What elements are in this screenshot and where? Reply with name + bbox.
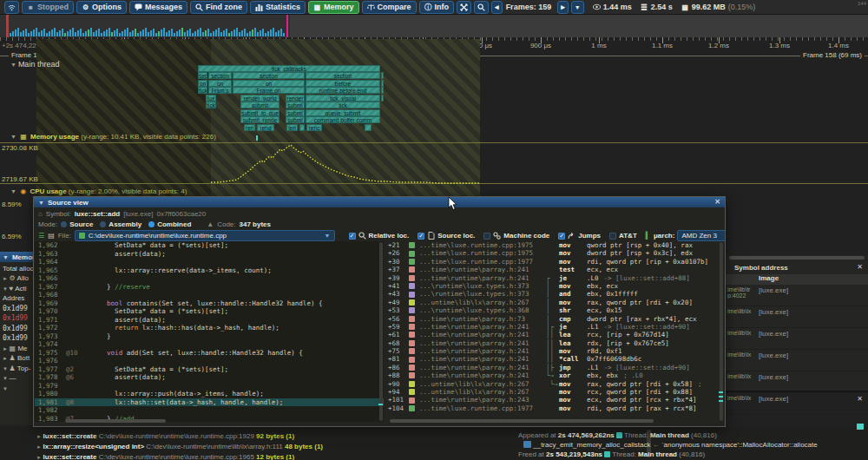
source-line-1963[interactable]: 1,963 assert(data); bbox=[35, 250, 384, 259]
source-line-1968[interactable]: 1,968 bbox=[35, 291, 384, 299]
source-line-1965[interactable]: 1,965 lx::array::reserve(data->_items, c… bbox=[35, 266, 384, 275]
source-line-1964[interactable]: 1,964 bbox=[35, 258, 384, 266]
cpu-plot-header[interactable]: ▼ ◉ CPU usage (y-range: 2.00%, visible d… bbox=[10, 187, 187, 195]
collapse-arrow-icon: ▼ bbox=[38, 200, 44, 206]
option-source-loc-[interactable]: ✓Source loc. bbox=[418, 232, 475, 240]
source-line-1978[interactable]: 1,978@6 assert(data); bbox=[35, 373, 384, 382]
asm-row-+49[interactable]: +49...untime\lib\lx\array.h:267│movrax, … bbox=[386, 299, 725, 306]
source-horizontal-scrollbar[interactable] bbox=[65, 419, 166, 423]
memory-window: ▼ Memory Total alloca► ⚙ Allo▼ ♥ ActiAdd… bbox=[0, 252, 33, 425]
allocation-callstack-row[interactable]: __tracy_emit_memory_alloc_callstack ← `a… bbox=[523, 441, 818, 449]
asm-row-+88[interactable]: +88...time\runtime\parray.h:241└→xorebx,… bbox=[386, 371, 725, 379]
asm-row-+37[interactable]: +37...time\runtime\parray.h:241testecx, … bbox=[386, 266, 725, 273]
assembly-vertical-scrollbar[interactable] bbox=[720, 242, 723, 421]
window-divider bbox=[726, 391, 868, 392]
asm-row-+81[interactable]: +81...time\runtime\parray.h:241││*call0x… bbox=[386, 355, 725, 363]
close-icon[interactable]: ✕ bbox=[857, 396, 863, 403]
symbol-table-row[interactable]: ime\lib\lx[luxe.exe] bbox=[726, 350, 868, 371]
table-header[interactable]: Image bbox=[726, 274, 868, 285]
source-line-1962[interactable]: 1,962 SetData* data = (*sets)[set]; bbox=[35, 241, 384, 250]
source-line-1967[interactable]: 1,967 } //reserve bbox=[35, 283, 384, 292]
option-jumps[interactable]: ✓Jumps bbox=[558, 232, 601, 240]
source-line-1976[interactable]: 1,976 bbox=[35, 357, 384, 365]
asm-row-+30[interactable]: +30...time\luxe.runtime.cpp:1977movrdi, … bbox=[386, 258, 725, 266]
symbol-table-row[interactable]: ime\lib\lx[luxe.exe] bbox=[726, 306, 868, 328]
code-icon: ▲ bbox=[207, 220, 214, 228]
source-line-1979[interactable]: 1,979 bbox=[35, 382, 384, 391]
source-view-titlebar[interactable]: ▼ Source view ✕ bbox=[34, 197, 725, 207]
source-line-1972[interactable]: 1,972 return lx::hash::has(data->_hash, … bbox=[35, 324, 384, 332]
allocation-list-item[interactable]: ► lx::array::resize<unsigned int> C:\dev… bbox=[36, 443, 323, 450]
asm-row-+61[interactable]: +61...time\runtime\parray.h:241││learcx,… bbox=[386, 331, 725, 338]
asm-row-+43[interactable]: +43...\runtime\luxe.types.h:373│andebx, … bbox=[386, 290, 725, 298]
asm-row-+68[interactable]: +68...time\runtime\parray.h:241││leardx,… bbox=[386, 339, 725, 347]
option-machine-code[interactable]: Machine code bbox=[483, 232, 549, 240]
allocation-freed-row: Freed at 2s 543,219,543ns Thread: Main t… bbox=[518, 450, 705, 458]
source-code-pane[interactable]: 1,962 SetData* data = (*sets)[set];1,963… bbox=[35, 241, 384, 422]
asm-row-+41[interactable]: +41...\runtime\luxe.types.h:373│movebx, … bbox=[386, 282, 725, 290]
source-line-1966[interactable]: 1,966 bbox=[35, 274, 384, 283]
scroll-marker bbox=[378, 404, 383, 405]
close-icon[interactable]: ✕ bbox=[857, 264, 863, 271]
mode-radio-assembly[interactable]: Assembly bbox=[100, 220, 141, 228]
source-line-1982[interactable]: 1,982 bbox=[35, 406, 384, 415]
symbol-table-row[interactable]: ime\lib\tr p:4022[luxe.exe] bbox=[726, 285, 868, 306]
scrollbar-handle[interactable] bbox=[857, 424, 864, 430]
source-line-1977[interactable]: 1,977@2 SetData* data = (*sets)[set]; bbox=[35, 365, 384, 374]
asm-row-+75[interactable]: +75...time\runtime\parray.h:241││movr8d,… bbox=[386, 347, 725, 355]
memory-window-item[interactable]: ▼ ♟ Top- bbox=[0, 362, 33, 372]
allocation-list-item[interactable]: ► luxe::set::create C:\dev\luxe-runtime\… bbox=[36, 453, 294, 460]
symbol-address-header[interactable]: Symbol address bbox=[734, 264, 788, 272]
asm-row-+94[interactable]: +94...untime\lib\lx\array.h:267movrcx, q… bbox=[386, 388, 725, 396]
memory-window-item[interactable]: ► ▦ Me bbox=[0, 342, 33, 352]
memory-window-item[interactable]: 0x1d99 bbox=[0, 322, 33, 332]
file-color-icon bbox=[79, 233, 85, 239]
horizontal-scrollbar[interactable] bbox=[729, 256, 865, 260]
memory-window-item[interactable]: ► ♟ Bott bbox=[0, 352, 33, 363]
asm-row-+56[interactable]: +56...time\runtime\parray.h:73│cmpdword … bbox=[386, 315, 725, 323]
memory-window-item[interactable]: 0x1d99 bbox=[0, 332, 33, 343]
asm-row-+21[interactable]: +21...time\luxe.runtime.cpp:1975movqword… bbox=[386, 241, 725, 249]
memory-window-item[interactable]: Total alloca bbox=[0, 262, 33, 273]
memory-window-item[interactable]: Addres bbox=[0, 292, 33, 303]
memory-window-item[interactable]: ▼ bbox=[0, 382, 33, 392]
memory-window-item[interactable]: ▼ ♥ Acti bbox=[0, 282, 33, 292]
asm-row-+86[interactable]: +86...time\runtime\parray.h:241│├jmp.L1-… bbox=[386, 364, 725, 371]
thread-color-icon bbox=[616, 432, 622, 438]
asm-row-+59[interactable]: +59...time\runtime\parray.h:241│┌je.L1->… bbox=[386, 323, 725, 331]
source-line-1980[interactable]: 1,980 lx::array::push(data->_items, hand… bbox=[35, 390, 384, 398]
source-view-window: ▼ Source view ✕ ⌂ Symbol: luxe::set::add… bbox=[33, 196, 726, 427]
memory-window-item[interactable]: 0x1d99 bbox=[0, 302, 33, 312]
mode-radio-combined[interactable]: Combined bbox=[148, 220, 191, 228]
source-line-1969[interactable]: 1,969 bool contains(Set set, luxe::handl… bbox=[35, 299, 384, 308]
mode-radio-source[interactable]: Source bbox=[61, 220, 93, 228]
asm-row-+104[interactable]: +104...time\luxe.runtime.cpp:1977movrdi,… bbox=[386, 404, 725, 412]
source-loc-color-icon bbox=[409, 275, 415, 281]
memory-window-item[interactable]: ► ⚙ Allo bbox=[0, 273, 33, 283]
source-line-1973[interactable]: 1,973 } bbox=[35, 332, 384, 341]
allocation-list-item[interactable]: ► luxe::set::create C:\dev\luxe-runtime\… bbox=[36, 432, 294, 440]
memory-window-item[interactable]: 0x1d99 bbox=[0, 312, 33, 323]
source-line-1970[interactable]: 1,970 SetData* data = (*sets)[set]; bbox=[35, 307, 384, 316]
asm-row-+53[interactable]: +53...\runtime\luxe.types.h:368│shrecx, … bbox=[386, 306, 725, 314]
source-line-1974[interactable]: 1,974 bbox=[35, 340, 384, 349]
source-vertical-scrollbar[interactable] bbox=[379, 242, 383, 421]
march-selector[interactable]: ▍μarch:AMD Zen 3▼Lat bbox=[646, 230, 725, 241]
symbol-table-row[interactable]: ime\lib\lx[luxe.exe] bbox=[726, 393, 868, 415]
memory-window-titlebar[interactable]: ▼ Memory bbox=[0, 252, 33, 262]
assembly-horizontal-scrollbar[interactable] bbox=[390, 419, 654, 423]
assembly-pane[interactable]: +21...time\luxe.runtime.cpp:1975movqword… bbox=[386, 241, 725, 422]
source-line-1971[interactable]: 1,971 assert(data); bbox=[35, 316, 384, 325]
option-at-t[interactable]: AT&T bbox=[609, 232, 637, 240]
source-line-1975[interactable]: 1,975@10 void add(Set set, luxe::handle:… bbox=[35, 349, 384, 358]
memory-window-item[interactable]: ▼ — bbox=[0, 372, 33, 383]
asm-row-+101[interactable]: +101...time\runtime\parray.h:243movecx, … bbox=[386, 396, 725, 404]
option-relative-loc-[interactable]: ✓Relative loc. bbox=[349, 232, 410, 240]
close-icon[interactable]: ✕ bbox=[714, 199, 720, 206]
asm-row-+90[interactable]: +90...untime\lib\lx\array.h:267 └→movrax… bbox=[386, 380, 725, 388]
symbol-table-row[interactable]: ime\lib\lx[luxe.exe] bbox=[726, 328, 868, 350]
source-line-1981[interactable]: 1,981@8 lx::hash::set(data->_hash, handl… bbox=[35, 398, 384, 407]
asm-row-+26[interactable]: +26...time\luxe.runtime.cpp:1975movdword… bbox=[386, 249, 725, 257]
asm-row-+39[interactable]: +39...time\runtime\parray.h:241┌je.L0-> … bbox=[386, 274, 725, 282]
file-selector[interactable]: C:\dev\luxe-runtime\runtime\luxe.runtime… bbox=[75, 230, 335, 241]
